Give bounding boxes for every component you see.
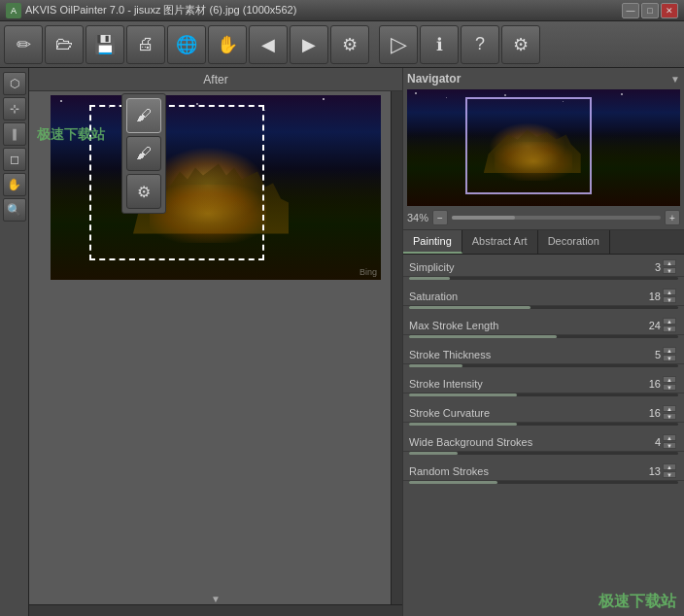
spin-up[interactable]: ▲ [663,434,676,441]
setting-slider-fill [409,423,517,426]
setting-slider-fill [409,364,462,367]
setting-slider[interactable] [409,423,678,426]
setting-slider[interactable] [409,306,678,309]
navigator-collapse[interactable]: ▼ [670,74,680,85]
setting-slider[interactable] [409,394,678,396]
setting-label: Stroke Thickness [409,349,632,360]
spin-up[interactable]: ▲ [663,259,676,266]
setting-spinner[interactable]: ▲ ▼ [663,259,678,274]
minimize-button[interactable]: — [622,3,639,18]
app-icon: A [6,3,21,18]
setting-spinner[interactable]: ▲ ▼ [663,463,678,478]
setting-label: Stroke Curvature [409,407,632,419]
redo-button[interactable]: ▶ [290,25,328,64]
tool-popup: 🖌 🖌 ⚙ [121,93,166,214]
zoom-tool[interactable]: 🔍 [3,198,26,222]
navigator-selection [465,97,592,194]
setting-slider[interactable] [409,364,678,367]
spin-up[interactable]: ▲ [663,463,676,470]
canvas-hscroll[interactable] [29,604,402,616]
setting-row-stroke-thickness: Stroke Thickness 5 ▲ ▼ [403,342,684,367]
setting-spinner[interactable]: ▲ ▼ [663,405,678,420]
select-tool[interactable]: ⬡ [3,72,26,95]
print-button[interactable]: 🖨 [126,25,165,64]
spin-down[interactable]: ▼ [663,471,676,478]
spin-down[interactable]: ▼ [663,355,676,361]
setting-spinner[interactable]: ▲ ▼ [663,434,678,449]
setting-slider[interactable] [409,481,678,484]
zoom-slider[interactable] [452,216,661,220]
watermark-bottom-right: 极速下载站 [598,592,676,612]
settings-panel: Painting Abstract Art Decoration Simplic… [403,230,684,616]
spin-up[interactable]: ▲ [663,289,676,295]
spin-down[interactable]: ▼ [663,325,676,332]
settings-rows: Simplicity 3 ▲ ▼ Saturation 18 ▲ ▼ Max S… [403,255,684,484]
title-bar: A AKVIS OilPainter 7.0 - jisuxz 图片素材 (6)… [0,0,684,21]
setting-spinner[interactable]: ▲ ▼ [663,376,678,391]
popup-tool-3[interactable]: ⚙ [126,174,161,209]
erase-tool[interactable]: ◻ [3,148,26,171]
setting-label: Saturation [409,291,632,302]
spin-down[interactable]: ▼ [663,413,676,420]
spin-down[interactable]: ▼ [663,296,676,303]
tab-painting[interactable]: Painting [403,230,462,254]
maximize-button[interactable]: □ [641,3,659,18]
setting-slider[interactable] [409,452,678,455]
crop-tool[interactable]: ⊹ [3,97,26,120]
prefs-button[interactable]: ⚙ [501,25,540,64]
settings-tabs: Painting Abstract Art Decoration [403,230,684,255]
zoom-out-button[interactable]: − [432,210,448,225]
open-button[interactable]: 🗁 [45,25,84,64]
zoom-in-button[interactable]: + [665,210,680,225]
brush-tool-button[interactable]: ✏ [4,25,43,64]
right-panel: Navigator ▼ [402,68,684,616]
spin-up[interactable]: ▲ [663,347,676,354]
navigator-title: Navigator [407,72,461,86]
tab-decoration[interactable]: Decoration [538,230,610,254]
spin-down[interactable]: ▼ [663,442,676,449]
close-button[interactable]: ✕ [661,3,678,18]
popup-tool-1[interactable]: 🖌 [126,98,161,133]
setting-value: 16 [632,378,661,390]
spin-up[interactable]: ▲ [663,405,676,412]
setting-row-simplicity: Simplicity 3 ▲ ▼ [403,255,684,280]
title-text: AKVIS OilPainter 7.0 - jisuxz 图片素材 (6).j… [25,3,622,17]
setting-spinner[interactable]: ▲ ▼ [663,347,678,361]
setting-label: Random Strokes [409,465,632,477]
navigator-thumbnail [407,89,680,206]
share-button[interactable]: 🌐 [167,25,206,64]
undo-button[interactable]: ◀ [249,25,288,64]
paint-tool[interactable]: ∥ [3,122,26,146]
navigator-zoom: 34% − + [407,210,680,225]
main-area: ⬡ ⊹ ∥ ◻ ✋ 🔍 After 🖌 🖌 ⚙ [0,68,684,616]
popup-tool-2[interactable]: 🖌 [126,136,161,171]
info-button[interactable]: ℹ [420,25,459,64]
setting-spinner[interactable]: ▲ ▼ [663,318,678,332]
setting-row-wide-background-strokes: Wide Background Strokes 4 ▲ ▼ [403,429,684,455]
setting-row-max-stroke-length: Max Stroke Length 24 ▲ ▼ [403,313,684,338]
help-button[interactable]: ? [461,25,499,64]
pan-tool[interactable]: ✋ [3,173,26,196]
save-button[interactable]: 💾 [86,25,124,64]
hand-button[interactable]: ✋ [208,25,247,64]
watermark-top-left: 极速下载站 [37,126,105,144]
setting-value: 24 [632,320,661,331]
spin-down[interactable]: ▼ [663,384,676,391]
setting-slider[interactable] [409,335,678,338]
tab-abstract[interactable]: Abstract Art [462,230,538,254]
setting-value: 4 [632,436,661,448]
setting-label: Simplicity [409,261,632,273]
setting-value: 13 [632,465,661,477]
window-controls: — □ ✕ [622,3,678,18]
spin-down[interactable]: ▼ [663,267,676,274]
setting-spinner[interactable]: ▲ ▼ [663,289,678,303]
canvas-vscroll[interactable] [391,91,402,604]
play-button[interactable]: ▷ [379,25,418,64]
setting-slider-fill [409,394,517,396]
spin-up[interactable]: ▲ [663,318,676,325]
navigator-panel: Navigator ▼ [403,68,684,230]
main-toolbar: ✏ 🗁 💾 🖨 🌐 ✋ ◀ ▶ ⚙ ▷ ℹ ? ⚙ [0,21,684,68]
spin-up[interactable]: ▲ [663,376,676,383]
settings-button[interactable]: ⚙ [330,25,369,64]
setting-slider[interactable] [409,277,678,280]
